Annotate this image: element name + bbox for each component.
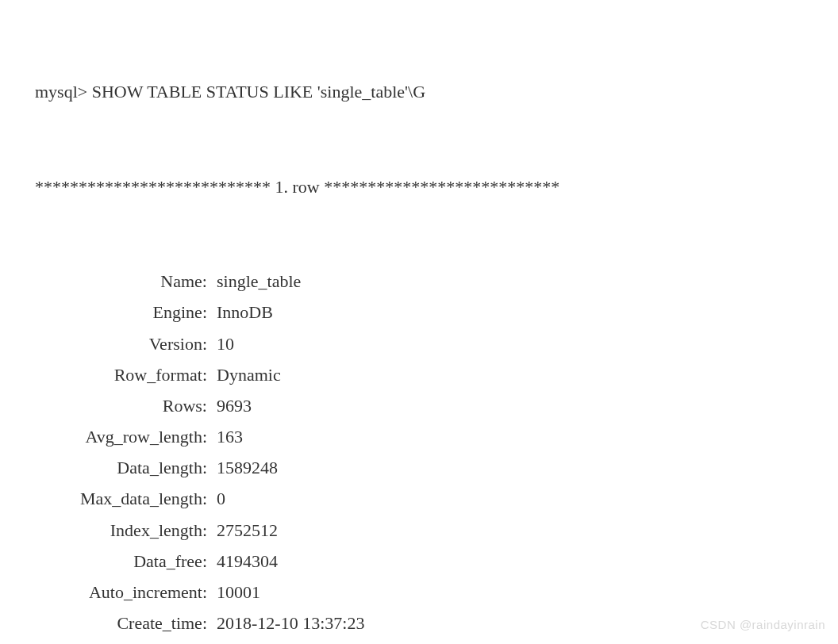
status-field-row: Max_data_length:0: [35, 483, 838, 514]
field-value: 0: [207, 483, 225, 514]
status-field-row: Auto_increment:10001: [35, 577, 838, 608]
field-label: Index_length:: [35, 515, 207, 546]
field-label: Data_length:: [35, 452, 207, 483]
field-value: 1589248: [207, 452, 278, 483]
field-value: 4194304: [207, 546, 278, 577]
status-field-row: Data_length:1589248: [35, 452, 838, 483]
status-field-row: Name:single_table: [35, 266, 838, 297]
field-value: InnoDB: [207, 297, 273, 328]
field-label: Row_format:: [35, 359, 207, 390]
csdn-watermark: CSDN @raindayinrain: [701, 615, 825, 636]
field-label: Avg_row_length:: [35, 421, 207, 452]
field-label: Update_time:: [35, 638, 207, 644]
field-value: 163: [207, 421, 243, 452]
field-value: 2752512: [207, 515, 278, 546]
status-field-row: Row_format:Dynamic: [35, 359, 838, 390]
field-value: 10: [207, 328, 234, 359]
field-label: Engine:: [35, 297, 207, 328]
field-value: 2018-12-10 13:38:03: [207, 638, 364, 644]
mysql-terminal-output: mysql> SHOW TABLE STATUS LIKE 'single_ta…: [35, 14, 838, 644]
mysql-prompt-line: mysql> SHOW TABLE STATUS LIKE 'single_ta…: [35, 76, 838, 107]
field-label: Auto_increment:: [35, 577, 207, 608]
field-label: Name:: [35, 266, 207, 297]
status-field-row: Rows:9693: [35, 390, 838, 421]
field-label: Create_time:: [35, 608, 207, 638]
field-value: 9693: [207, 390, 252, 421]
status-fields-container: Name:single_tableEngine:InnoDBVersion:10…: [35, 266, 838, 644]
status-field-row: Version:10: [35, 328, 838, 359]
field-label: Rows:: [35, 390, 207, 421]
field-value: Dynamic: [207, 359, 281, 390]
status-field-row: Update_time:2018-12-10 13:38:03: [35, 638, 838, 644]
field-label: Version:: [35, 328, 207, 359]
row-separator: *************************** 1. row *****…: [35, 171, 838, 202]
status-field-row: Data_free:4194304: [35, 546, 838, 577]
status-field-row: Avg_row_length:163: [35, 421, 838, 452]
status-field-row: Index_length:2752512: [35, 515, 838, 546]
field-label: Max_data_length:: [35, 483, 207, 514]
field-value: 2018-12-10 13:37:23: [207, 608, 364, 638]
field-value: single_table: [207, 266, 301, 297]
field-label: Data_free:: [35, 546, 207, 577]
field-value: 10001: [207, 577, 260, 608]
status-field-row: Engine:InnoDB: [35, 297, 838, 328]
